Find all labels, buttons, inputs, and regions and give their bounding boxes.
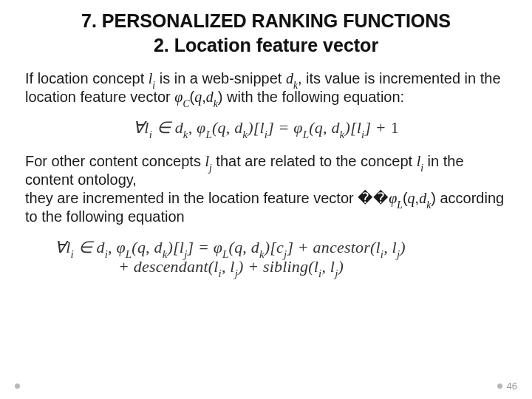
var-l-i: li [149,70,155,86]
var-q-2: q [408,190,415,206]
text: For other content concepts [25,153,205,169]
equation-2: ∀li ∈ di, φL(q, dk)[lj] = φL(q, dk)[cj] … [25,238,507,276]
text: If location concept [25,70,149,86]
section-subtitle: 2. Location feature vector [25,35,507,56]
var-l-j: lj [205,153,211,169]
page-number: 46 [507,381,517,392]
var-l-i-2: li [417,153,423,169]
var-phi-c: φC [174,89,189,105]
var-d-k: dk [286,70,298,86]
page-number-wrap: 46 [497,381,517,392]
var-d-k-2: dk [206,89,218,105]
equation-2-line-1: ∀li ∈ di, φL(q, dk)[lj] = φL(q, dk)[cj] … [55,238,406,256]
text: that are related to the concept [212,153,417,169]
section-title: 7. PERSONALIZED RANKING FUNCTIONS [25,10,507,32]
slide-content: 7. PERSONALIZED RANKING FUNCTIONS 2. Loc… [0,0,532,276]
text: ) with the following equation: [218,89,404,105]
equation-2-line-2: + descendant(li, lj) + sibling(li, lj) [55,257,507,276]
var-phi-l: φL [389,190,403,206]
text: ( [403,190,408,206]
text: they are incremented in the location fea… [25,190,389,206]
paragraph-1: If location concept li is in a web-snipp… [25,69,507,106]
var-q: q [194,89,202,105]
footer-bullet-icon [497,383,502,389]
slide-footer: 46 [0,381,532,392]
paragraph-2: For other content concepts lj that are r… [25,152,507,226]
equation-1-text: ∀li ∈ dk, φL(q, dk)[li] = φL(q, dk)[li] … [133,118,399,137]
text: is in a web-snippet [155,70,286,86]
var-d-k-3: dk [419,190,431,206]
equation-1: ∀li ∈ dk, φL(q, dk)[li] = φL(q, dk)[li] … [25,118,507,137]
equation-2-text: ∀li ∈ di, φL(q, dk)[lj] = φL(q, dk)[cj] … [25,238,507,276]
footer-bullet-icon [15,383,20,389]
